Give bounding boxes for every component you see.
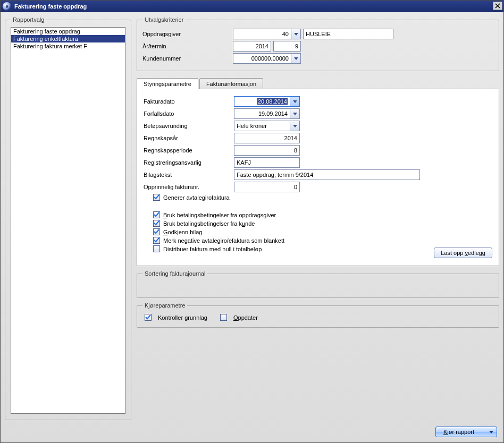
belopsavrunding-dropdown-button[interactable] — [290, 121, 300, 131]
belopsavrunding-value[interactable] — [234, 121, 290, 131]
chevron-down-icon — [489, 431, 493, 433]
group-utvalgskriterier: Utvalgskriterier Oppdragsgiver År/termin — [137, 16, 499, 71]
chevron-down-icon — [293, 125, 297, 127]
regnskapsperiode-label: Regnskapsperiode — [144, 147, 234, 154]
chk-godkjenn-label: Godkjenn bilag — [163, 229, 202, 235]
tab-fakturainformasjon[interactable]: Fakturainformasjon — [199, 78, 263, 89]
aar-input[interactable] — [233, 41, 271, 52]
chk-generer-label: Generer avtalegirofaktura — [163, 194, 230, 201]
window-root: e Fakturering faste oppdrag Rapportvalg … — [0, 0, 504, 443]
tab-page-styringsparametre: Fakturadato 20.08.2014 Forfallsdato — [137, 89, 499, 266]
rapportvalg-listbox[interactable]: Fakturering faste oppdrag Fakturering en… — [11, 27, 125, 414]
forfallsdato-combo[interactable] — [234, 108, 300, 119]
forfallsdato-calendar-button[interactable] — [290, 108, 300, 119]
chk-oppdater-label: Oppdater — [233, 314, 258, 321]
bilagstekst-value[interactable] — [234, 169, 420, 180]
row-opprinnelig-fakturanr: Opprinnelig fakturanr. — [144, 182, 492, 192]
row-chk-bb-kunde: Bruk betalingsbetingelser fra kunde — [153, 220, 492, 227]
chk-kontroller-grunnlag[interactable] — [145, 314, 152, 321]
chk-merk-negative[interactable] — [153, 237, 160, 244]
termin-input[interactable] — [273, 41, 301, 52]
row-chk-generer: Generer avtalegirofaktura — [153, 194, 492, 201]
chk-bb-kunde-label: Bruk betalingsbetingelser fra kunde — [163, 220, 255, 227]
kundenummer-value[interactable] — [233, 53, 291, 64]
bilagstekst-label: Bilagstekst — [144, 172, 234, 178]
client-area: Rapportvalg Fakturering faste oppdrag Fa… — [1, 12, 503, 424]
row-forfallsdato: Forfallsdato — [144, 108, 492, 119]
right-pane: Utvalgskriterier Oppdragsgiver År/termin — [137, 16, 499, 420]
row-kundenummer: Kundenummer — [142, 53, 493, 64]
kjoreparametre-legend: Kjøreparametre — [142, 302, 187, 309]
belopsavrunding-combo[interactable] — [234, 121, 300, 131]
chk-merk-negative-label: Merk negative avtalegiro/efaktura som bl… — [163, 237, 284, 244]
row-chk-godkjenn: Godkjenn bilag — [153, 228, 492, 235]
chk-godkjenn-bilag[interactable] — [153, 228, 160, 235]
chk-distribuer-label: Distribuer faktura med null i totalbeløp — [163, 246, 262, 252]
group-rapportvalg: Rapportvalg Fakturering faste oppdrag Fa… — [5, 16, 131, 420]
row-regnskapsaar: Regnskapsår — [144, 133, 492, 143]
registreringsansvarlig-value[interactable] — [234, 157, 300, 168]
kundenummer-combo[interactable] — [233, 53, 301, 64]
chevron-down-icon — [294, 57, 298, 60]
row-bilagstekst: Bilagstekst — [144, 169, 492, 180]
row-fakturadato: Fakturadato 20.08.2014 — [144, 96, 492, 107]
chk-bb-kunde[interactable] — [153, 220, 160, 227]
aar-termin-label: År/termin — [142, 43, 233, 49]
row-chk-kontroller: Kontroller grunnlag — [145, 314, 207, 321]
fakturadato-value[interactable]: 20.08.2014 — [234, 96, 290, 107]
opprinnelig-value[interactable] — [234, 182, 300, 192]
row-belopsavrunding: Beløpsavrunding — [144, 121, 492, 131]
regnskapsperiode-value[interactable] — [234, 145, 300, 156]
window-title: Fakturering faste oppdrag — [14, 3, 87, 10]
chk-bb-oppdragsgiver-label: Bruk betalingsbetingelser fra oppdragsgi… — [163, 212, 276, 218]
chevron-down-icon — [294, 33, 298, 36]
close-button[interactable] — [493, 2, 502, 10]
group-kjoreparametre: Kjøreparametre Kontroller grunnlag Oppda… — [137, 302, 499, 328]
regnskapsaar-value[interactable] — [234, 133, 300, 143]
oppdragsgiver-value[interactable] — [233, 29, 291, 39]
fakturadato-combo[interactable]: 20.08.2014 — [234, 96, 300, 107]
row-chk-merk-negative: Merk negative avtalegiro/efaktura som bl… — [153, 237, 492, 244]
left-pane: Rapportvalg Fakturering faste oppdrag Fa… — [5, 16, 131, 420]
title-bar: e Fakturering faste oppdrag — [1, 1, 503, 12]
oppdragsgiver-label: Oppdragsgiver — [142, 31, 233, 37]
app-icon: e — [3, 2, 11, 11]
rapportvalg-legend: Rapportvalg — [11, 16, 46, 23]
chevron-down-icon — [293, 100, 297, 103]
list-item[interactable]: Fakturering faktura merket F — [11, 42, 125, 50]
kundenummer-label: Kundenummer — [142, 55, 233, 62]
opprinnelig-label: Opprinnelig fakturanr. — [144, 184, 234, 190]
chk-oppdater[interactable] — [220, 314, 227, 321]
utvalgskriterier-legend: Utvalgskriterier — [142, 16, 186, 23]
oppdragsgiver-dropdown-button[interactable] — [291, 29, 301, 39]
oppdragsgiver-name[interactable] — [303, 29, 393, 39]
footer: Kjør rapport — [1, 424, 503, 442]
row-chk-oppdater: Oppdater — [220, 314, 258, 321]
kundenummer-dropdown-button[interactable] — [291, 53, 301, 64]
run-report-button[interactable]: Kjør rapport — [435, 427, 497, 437]
chk-distribuer-null[interactable] — [153, 245, 160, 252]
list-item[interactable]: Fakturering faste oppdrag — [11, 28, 125, 35]
close-icon — [495, 3, 500, 8]
row-oppdragsgiver: Oppdragsgiver — [142, 29, 493, 39]
tab-styringsparametre[interactable]: Styringsparametre — [137, 78, 198, 89]
chk-bb-oppdragsgiver[interactable] — [153, 211, 160, 218]
regnskapsaar-label: Regnskapsår — [144, 135, 234, 141]
row-regnskapsperiode: Regnskapsperiode — [144, 145, 492, 156]
chk-generer-avtalegirofaktura[interactable] — [153, 194, 160, 201]
forfallsdato-label: Forfallsdato — [144, 110, 234, 117]
upload-attachment-button[interactable]: Last opp vedlegg — [434, 248, 492, 258]
oppdragsgiver-combo[interactable] — [233, 29, 301, 39]
belopsavrunding-label: Beløpsavrunding — [144, 123, 234, 129]
fakturadato-calendar-button[interactable] — [290, 96, 300, 107]
chk-kontroller-label: Kontroller grunnlag — [158, 314, 207, 321]
row-chk-bb-oppdragsgiver: Bruk betalingsbetingelser fra oppdragsgi… — [153, 211, 492, 218]
tabs: Styringsparametre Fakturainformasjon Fak… — [137, 78, 499, 266]
forfallsdato-value[interactable] — [234, 108, 290, 119]
row-aar-termin: År/termin — [142, 41, 493, 52]
fakturadato-label: Fakturadato — [144, 98, 234, 105]
sortering-legend: Sortering fakturajournal — [142, 270, 207, 277]
registreringsansvarlig-label: Registreringsansvarlig — [144, 159, 234, 166]
list-item[interactable]: Fakturering enkeltfaktura — [11, 35, 125, 42]
chevron-down-icon — [293, 113, 297, 115]
